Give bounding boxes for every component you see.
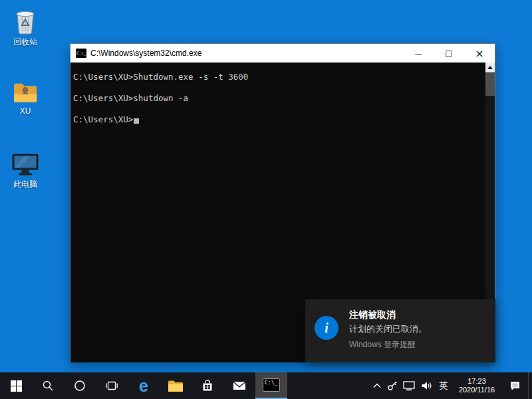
tray-volume-button[interactable] (418, 372, 435, 399)
console-line: C:\Users\XU>shutdown -a (73, 93, 483, 104)
desktop-icon-label: 回收站 (1, 37, 49, 47)
search-button[interactable] (32, 372, 64, 399)
tray-network-button[interactable] (400, 372, 418, 399)
ime-indicator[interactable]: 英 (435, 372, 452, 399)
task-view-icon (105, 380, 118, 392)
toast-source: Windows 登录提醒 (349, 338, 427, 351)
taskbar: e C:\_ (0, 372, 532, 399)
desktop-icon-user-folder[interactable]: XU (1, 74, 49, 116)
start-button[interactable] (0, 372, 32, 399)
edge-button[interactable]: e (128, 372, 160, 399)
store-icon (201, 380, 213, 392)
desktop-icon-label: XU (1, 106, 49, 116)
cortana-icon (74, 380, 86, 392)
action-center-icon (509, 380, 521, 391)
user-folder-icon (1, 74, 49, 104)
mail-icon (233, 380, 246, 391)
taskbar-clock[interactable]: 17:23 2020/11/16 (452, 372, 501, 399)
chevron-up-icon (372, 382, 382, 389)
info-icon: i (315, 316, 338, 340)
console-prompt: C:\Users\XU> (73, 114, 133, 125)
minimize-button[interactable]: — (403, 44, 434, 63)
toast-body: 计划的关闭已取消。 (349, 321, 427, 336)
network-icon (403, 381, 415, 391)
console-prompt-line: C:\Users\XU> (73, 114, 483, 125)
close-button[interactable]: × (464, 44, 495, 63)
windows-logo-icon (11, 380, 22, 392)
task-view-button[interactable] (96, 372, 128, 399)
this-pc-icon (1, 148, 49, 177)
scrollbar-up-arrow-icon[interactable] (485, 63, 495, 72)
clock-date: 2020/11/16 (459, 386, 495, 394)
cmd-icon: C:\_ (76, 49, 86, 58)
recycle-bin-icon (1, 5, 49, 35)
cmd-window-titlebar[interactable]: C:\_ C:\Windows\system32\cmd.exe — □ × (70, 44, 495, 63)
desktop-icon-this-pc[interactable]: 此电脑 (1, 148, 49, 189)
window-title: C:\Windows\system32\cmd.exe (90, 49, 403, 58)
action-center-button[interactable] (501, 372, 528, 399)
tray-expand-button[interactable] (370, 372, 384, 399)
tray-key-button[interactable] (384, 372, 400, 399)
mail-button[interactable] (223, 372, 255, 399)
search-icon (42, 380, 54, 392)
scrollbar-thumb[interactable] (485, 73, 495, 96)
maximize-button[interactable]: □ (434, 44, 464, 63)
desktop-icon-recycle-bin[interactable]: 回收站 (1, 5, 49, 47)
show-desktop-button[interactable] (528, 372, 532, 399)
clock-time: 17:23 (467, 377, 486, 386)
console-cursor (134, 118, 139, 124)
speaker-icon (421, 381, 432, 390)
file-explorer-button[interactable] (160, 372, 192, 399)
store-button[interactable] (192, 372, 223, 399)
toast-title: 注销被取消 (349, 308, 427, 321)
taskbar-empty-area (287, 372, 370, 399)
notification-toast[interactable]: i 注销被取消 计划的关闭已取消。 Windows 登录提醒 (305, 299, 495, 362)
cmd-icon: C:\_ (263, 378, 280, 392)
edge-icon: e (139, 373, 148, 398)
desktop[interactable]: 回收站 XU 此电脑 C:\_ C:\Win (0, 0, 532, 399)
file-explorer-icon (168, 380, 184, 392)
cortana-button[interactable] (64, 372, 96, 399)
cmd-taskbar-button[interactable]: C:\_ (255, 372, 287, 399)
desktop-icon-label: 此电脑 (1, 180, 49, 189)
console-line: C:\Users\XU>Shutdown.exe -s -t 3600 (73, 72, 483, 82)
key-icon (387, 380, 398, 391)
